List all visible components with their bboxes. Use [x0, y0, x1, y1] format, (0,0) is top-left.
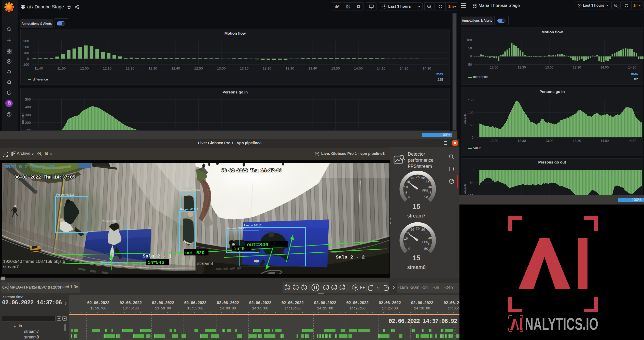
- svg-text:15: 15: [406, 232, 410, 235]
- svg-text:12:30: 12:30: [517, 139, 526, 143]
- svg-text:14:00: 14:00: [600, 139, 609, 143]
- svg-text:30: 30: [421, 176, 425, 180]
- svg-text:stream8: stream8: [407, 264, 426, 270]
- svg-text:0: 0: [472, 135, 473, 139]
- svg-text:Person 61591: Person 61591: [102, 220, 120, 223]
- svg-text:25: 25: [416, 175, 420, 179]
- svg-text:5: 5: [405, 242, 407, 246]
- svg-text:13:00: 13:00: [545, 65, 554, 69]
- svg-text:Person 76193: Person 76193: [227, 227, 246, 230]
- svg-text:50: 50: [424, 247, 428, 251]
- svg-text:5: 5: [304, 287, 305, 290]
- svg-text:50: 50: [470, 123, 473, 127]
- svg-text:14:30: 14:30: [628, 139, 636, 143]
- svg-text:1920x540 frame 1087169 objs 6: 1920x540 frame 1087169 objs 6: [3, 259, 65, 264]
- svg-text:5: 5: [405, 191, 407, 195]
- svg-text:5: 5: [326, 287, 327, 290]
- svg-text:50: 50: [424, 196, 428, 199]
- svg-text:15: 15: [413, 203, 420, 210]
- svg-text:14:30: 14:30: [628, 65, 636, 69]
- svg-text:in=546: in=546: [148, 260, 164, 265]
- svg-text:Person 61616: Person 61616: [56, 193, 75, 196]
- svg-text:stream7: stream7: [3, 264, 19, 269]
- svg-text:13:00: 13:00: [545, 139, 554, 143]
- svg-text:25: 25: [416, 227, 420, 230]
- svg-text:13:30: 13:30: [573, 139, 581, 143]
- svg-text:FPS: FPS: [422, 189, 428, 192]
- svg-text:10: 10: [295, 287, 297, 290]
- svg-text:13:30: 13:30: [573, 65, 581, 69]
- svg-text:30: 30: [286, 287, 289, 290]
- svg-text:20: 20: [410, 176, 414, 180]
- svg-text:0: 0: [408, 196, 410, 199]
- svg-text:35: 35: [425, 180, 429, 184]
- svg-text:0: 0: [470, 55, 472, 58]
- svg-text:30: 30: [421, 228, 425, 232]
- svg-text:Person 76112: Person 76112: [244, 224, 262, 227]
- svg-text:10: 10: [404, 185, 408, 189]
- svg-text:objects: objects: [463, 183, 467, 194]
- svg-text:10: 10: [333, 287, 335, 290]
- svg-text:12:00: 12:00: [490, 65, 498, 69]
- svg-text:Sala 2 - 1: Sala 2 - 1: [143, 253, 172, 259]
- svg-text:Person 61614: Person 61614: [181, 189, 200, 192]
- svg-text:Sala 2 - 2: Sala 2 - 2: [336, 254, 365, 260]
- svg-text:150: 150: [468, 98, 473, 102]
- svg-text:15: 15: [413, 254, 420, 262]
- svg-text:objects: objects: [463, 113, 467, 124]
- svg-text:40: 40: [428, 185, 432, 189]
- svg-text:40: 40: [428, 237, 432, 240]
- svg-text:0: 0: [472, 168, 473, 172]
- svg-text:50: 50: [468, 46, 472, 50]
- svg-text:45: 45: [428, 191, 432, 195]
- svg-text:100: 100: [468, 111, 473, 115]
- svg-text:in=9: in=9: [234, 246, 245, 251]
- svg-text:FPS: FPS: [422, 240, 428, 243]
- svg-text:stream7: stream7: [407, 213, 426, 219]
- svg-text:out=520: out=520: [185, 250, 205, 255]
- svg-text:0: 0: [408, 247, 410, 251]
- svg-text:12:00: 12:00: [490, 139, 498, 143]
- svg-text:Person 61617: Person 61617: [180, 208, 199, 211]
- svg-text:-100: -100: [467, 194, 473, 196]
- svg-text:45: 45: [428, 242, 432, 246]
- svg-text:out=840: out=840: [247, 242, 268, 248]
- svg-text:12:30: 12:30: [517, 65, 526, 69]
- svg-text:100: 100: [466, 38, 472, 42]
- svg-text:06-02-2022 Thu 14:37:05: 06-02-2022 Thu 14:37:05: [14, 174, 75, 180]
- svg-text:30: 30: [341, 287, 344, 290]
- svg-text:20: 20: [410, 228, 414, 232]
- svg-text:stream8: stream8: [197, 261, 213, 266]
- svg-text:2022-6-2 14:37:06: 2022-6-2 14:37:06: [4, 164, 54, 170]
- svg-text:35: 35: [425, 232, 429, 235]
- svg-text:15: 15: [406, 180, 410, 184]
- svg-text:-50: -50: [467, 63, 472, 66]
- svg-text:10: 10: [404, 237, 408, 241]
- svg-text:-50: -50: [469, 181, 473, 185]
- svg-text:14:00: 14:00: [600, 65, 609, 69]
- svg-text:06-02-2022 Thu 14:37:06: 06-02-2022 Thu 14:37:06: [221, 168, 282, 173]
